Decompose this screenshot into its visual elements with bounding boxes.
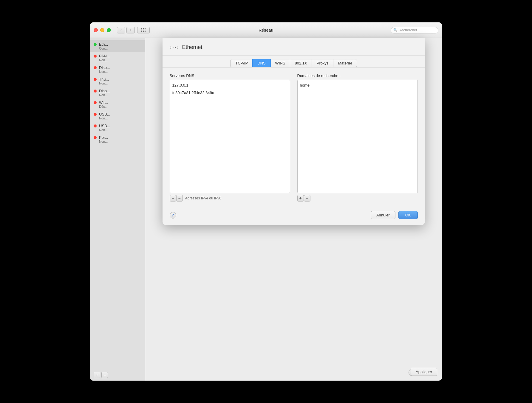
minimize-button[interactable] xyxy=(100,28,104,32)
dns-servers-list[interactable]: 127.0.0.1 fe80::7a81:2ff:fe32:849c xyxy=(170,80,290,193)
dns-domains-section: Domaines de recherche : home + − xyxy=(297,73,418,202)
sidebar-item-pan[interactable]: PAN... Non... xyxy=(90,52,145,64)
dns-servers-controls: + − Adresses IPv4 ou IPv6 xyxy=(170,195,290,202)
forward-button[interactable]: › xyxy=(126,27,135,33)
sidebar-item-disp1[interactable]: Disp... Non... xyxy=(90,64,145,75)
dialog-overlay: ‹⋯› Ethernet TCP/IP DNS WINS 802.1X Prox… xyxy=(163,38,425,381)
nav-buttons: ‹ › xyxy=(117,27,150,33)
sidebar-add-button[interactable]: + xyxy=(94,372,100,378)
back-button[interactable]: ‹ xyxy=(117,27,125,33)
dns-domains-controls: + − xyxy=(297,195,418,202)
sidebar-bottom: + − xyxy=(90,369,145,381)
main-window: ‹ › Réseau 🔍 Rechercher Eth... xyxy=(90,22,442,381)
sidebar-item-name: USB... xyxy=(99,112,110,116)
dns-servers-label: Serveurs DNS : xyxy=(170,73,290,78)
tab-8021x[interactable]: 802.1X xyxy=(290,59,312,67)
sidebar: Eth... Con... PAN... Non... Disp... Non.… xyxy=(90,38,145,381)
status-dot-green xyxy=(94,43,97,46)
dns-domains-label: Domaines de recherche : xyxy=(297,73,418,78)
dns-domains-add-button[interactable]: + xyxy=(297,195,304,202)
sidebar-item-thu[interactable]: Thu... Non... xyxy=(90,75,145,87)
sidebar-item-name: Thu... xyxy=(99,77,109,81)
dialog-header: ‹⋯› Ethernet xyxy=(163,38,425,56)
sidebar-item-name: USB... xyxy=(99,124,110,128)
dns-server-entry-1: 127.0.0.1 xyxy=(172,82,287,89)
dialog-help-button[interactable]: ? xyxy=(170,212,176,219)
title-bar: ‹ › Réseau 🔍 Rechercher xyxy=(90,22,442,38)
status-dot-red xyxy=(94,90,97,93)
maximize-button[interactable] xyxy=(107,28,111,32)
dns-grid: Serveurs DNS : 127.0.0.1 fe80::7a81:2ff:… xyxy=(170,73,418,202)
dialog: ‹⋯› Ethernet TCP/IP DNS WINS 802.1X Prox… xyxy=(163,38,425,225)
sidebar-item-status: Non... xyxy=(99,93,110,97)
sidebar-item-name: Disp... xyxy=(99,65,110,70)
dns-servers-hint: Adresses IPv4 ou IPv6 xyxy=(185,196,221,200)
tab-dns[interactable]: DNS xyxy=(252,59,270,67)
status-dot-red xyxy=(94,66,97,69)
sidebar-item-name: Por... xyxy=(99,135,108,140)
dialog-footer: ? Annuler OK xyxy=(163,207,425,219)
content-area: Eth... Con... PAN... Non... Disp... Non.… xyxy=(90,38,442,381)
sidebar-item-name: Disp... xyxy=(99,89,110,93)
sidebar-item-status: Non... xyxy=(99,128,110,132)
sidebar-item-usb2[interactable]: USB... Non... xyxy=(90,122,145,133)
tab-materiel[interactable]: Matériel xyxy=(333,59,357,67)
sidebar-item-port[interactable]: Por... Non... xyxy=(90,133,145,145)
status-dot-red xyxy=(94,113,97,116)
right-panel: ? Appliquer ‹⋯› Ethernet TCP/IP DNS xyxy=(145,38,442,381)
dns-domain-entry-1: home xyxy=(300,82,415,89)
close-button[interactable] xyxy=(94,28,98,32)
dialog-title: Ethernet xyxy=(182,44,202,50)
sidebar-item-wifi[interactable]: Wi-... Dés... xyxy=(90,99,145,110)
dns-servers-add-button[interactable]: + xyxy=(170,195,176,202)
sidebar-item-disp2[interactable]: Disp... Non... xyxy=(90,87,145,99)
window-title: Réseau xyxy=(259,28,273,33)
cancel-button[interactable]: Annuler xyxy=(371,211,395,219)
dns-server-entry-2: fe80::7a81:2ff:fe32:849c xyxy=(172,89,287,97)
dns-servers-section: Serveurs DNS : 127.0.0.1 fe80::7a81:2ff:… xyxy=(170,73,290,202)
ethernet-icon: ‹⋯› xyxy=(170,44,179,50)
window-controls xyxy=(94,28,111,32)
sidebar-item-status: Con... xyxy=(99,47,108,50)
search-bar[interactable]: 🔍 Rechercher xyxy=(391,27,438,33)
sidebar-item-status: Non... xyxy=(99,140,108,143)
status-dot-red xyxy=(94,124,97,127)
grid-button[interactable] xyxy=(137,27,150,33)
dns-domains-remove-button[interactable]: − xyxy=(304,195,310,202)
search-icon: 🔍 xyxy=(393,28,398,32)
sidebar-item-status: Non... xyxy=(99,116,110,120)
sidebar-item-status: Non... xyxy=(99,58,110,62)
sidebar-item-ethernet[interactable]: Eth... Con... xyxy=(90,40,145,52)
ok-button[interactable]: OK xyxy=(398,211,418,219)
status-dot-red xyxy=(94,55,97,58)
search-placeholder: Rechercher xyxy=(399,28,417,32)
dns-domains-list[interactable]: home xyxy=(297,80,418,193)
tab-wins[interactable]: WINS xyxy=(270,59,290,67)
dns-servers-remove-button[interactable]: − xyxy=(176,195,183,202)
sidebar-item-usb1[interactable]: USB... Non... xyxy=(90,110,145,122)
tab-proxys[interactable]: Proxys xyxy=(312,59,334,67)
tab-tcpip[interactable]: TCP/IP xyxy=(230,59,253,67)
sidebar-item-status: Non... xyxy=(99,81,109,85)
status-dot-red xyxy=(94,101,97,104)
sidebar-item-status: Dés... xyxy=(99,105,108,108)
status-dot-red xyxy=(94,136,97,139)
dialog-content: Serveurs DNS : 127.0.0.1 fe80::7a81:2ff:… xyxy=(163,67,425,207)
sidebar-item-status: Non... xyxy=(99,70,110,73)
tabs-bar: TCP/IP DNS WINS 802.1X Proxys Matériel xyxy=(163,56,425,67)
sidebar-remove-button[interactable]: − xyxy=(101,372,108,378)
sidebar-item-name: PAN... xyxy=(99,54,110,58)
status-dot-red xyxy=(94,78,97,81)
sidebar-item-name: Eth... xyxy=(99,42,108,47)
sidebar-item-name: Wi-... xyxy=(99,100,108,105)
